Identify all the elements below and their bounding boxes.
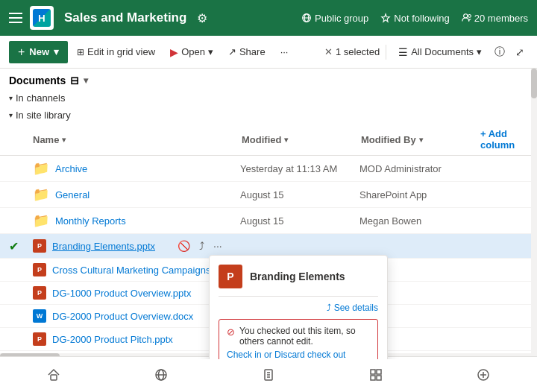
file-name: Archive — [55, 163, 240, 174]
popup-file-icon: P — [219, 265, 242, 288]
table-row[interactable]: 📁 Archive Yesterday at 11:13 AM MOD Admi… — [0, 156, 537, 182]
modified-by-user: MOD Administrator — [359, 163, 479, 174]
following-label: Not following — [394, 13, 449, 24]
file-link[interactable]: Archive — [55, 163, 87, 174]
settings-icon[interactable]: ⚙ — [197, 11, 207, 25]
breadcrumb: Documents ⊟ ▾ — [0, 69, 537, 89]
document-nav-icon — [261, 367, 276, 382]
vertical-scrollbar-thumb[interactable] — [531, 69, 537, 98]
breadcrumb-title: Documents — [9, 75, 66, 86]
x-icon[interactable]: ✕ — [324, 46, 333, 57]
new-button[interactable]: + New ▾ — [9, 41, 68, 63]
edit-grid-label: Edit in grid view — [87, 46, 155, 57]
name-column-label: Name — [33, 134, 59, 145]
bottom-nav-grid[interactable] — [368, 367, 383, 382]
all-documents-button[interactable]: ☰ All Documents ▾ — [392, 42, 488, 62]
header-modified-by[interactable]: Modified By ▾ — [361, 134, 480, 145]
popup-divider — [219, 296, 378, 297]
table-row[interactable]: ✔ P Branding Elements.pptx 🚫 ⤴ ··· P Bra… — [0, 234, 537, 259]
file-link[interactable]: DG-2000 Product Pitch.pptx — [52, 334, 173, 345]
plus-circle-nav-icon — [476, 367, 491, 382]
modified-by-column-label: Modified By — [361, 134, 416, 145]
popup-header: P Branding Elements — [219, 265, 378, 288]
bottom-nav-document[interactable] — [261, 367, 276, 382]
modified-column-label: Modified — [242, 134, 281, 145]
discard-checkout-link[interactable]: Discard check out — [274, 350, 345, 359]
file-link[interactable]: DG-2000 Product Overview.docx — [52, 311, 193, 322]
new-label: New — [29, 46, 49, 57]
app-icon: H — [30, 6, 54, 30]
info-button[interactable]: ⓘ — [491, 42, 509, 63]
open-label: Open — [181, 46, 205, 57]
header-name[interactable]: Name ▾ — [33, 134, 242, 145]
bottom-navigation — [0, 356, 537, 392]
members-button[interactable]: 20 members — [462, 13, 528, 24]
file-link[interactable]: Monthly Reports — [55, 215, 126, 227]
globe-icon — [301, 13, 312, 23]
file-name: Monthly Reports — [55, 215, 240, 227]
svg-point-4 — [463, 14, 467, 18]
file-link[interactable]: Branding Elements.pptx — [52, 241, 155, 252]
file-link[interactable]: DG-1000 Product Overview.pptx — [52, 288, 191, 299]
modified-date: August 15 — [240, 189, 359, 200]
table-row[interactable]: 📁 General August 15 SharePoint App — [0, 182, 537, 208]
share-icon: ↗ — [228, 46, 236, 57]
breadcrumb-chevron-icon[interactable]: ▾ — [84, 75, 88, 86]
following-button[interactable]: Not following — [380, 13, 449, 24]
warning-icon: ⊘ — [227, 326, 235, 338]
bottom-nav-add[interactable] — [476, 367, 491, 382]
nav-group-info: Public group Not following 20 members — [301, 13, 528, 24]
more-button[interactable]: ··· — [274, 42, 295, 61]
top-navigation: H Sales and Marketing ⚙ Public group Not… — [0, 0, 537, 36]
bottom-nav-home[interactable] — [46, 367, 61, 382]
delete-action-button[interactable]: 🚫 — [175, 238, 193, 253]
modified-by-sort-icon: ▾ — [419, 136, 423, 144]
header-modified[interactable]: Modified ▾ — [242, 134, 361, 145]
lines-icon: ☰ — [398, 46, 408, 58]
share-button[interactable]: ↗ Share — [222, 42, 271, 61]
members-label: 20 members — [474, 13, 528, 24]
modified-date: August 15 — [240, 215, 359, 227]
hamburger-menu[interactable] — [9, 13, 22, 23]
row-checkbox[interactable]: ✔ — [9, 239, 33, 253]
table-row[interactable]: 📁 Monthly Reports August 15 Megan Bowen — [0, 208, 537, 234]
public-group-badge[interactable]: Public group — [301, 13, 368, 24]
more-icon: ··· — [280, 46, 289, 57]
selected-count-label: 1 selected — [336, 46, 380, 57]
pptx-file-icon: P — [33, 332, 46, 346]
pptx-file-icon: P — [33, 286, 46, 300]
in-channels-section[interactable]: ▾ In channels — [0, 89, 537, 107]
check-in-link[interactable]: Check in — [227, 350, 262, 359]
open-chevron-icon: ▾ — [208, 46, 213, 57]
share-action-button[interactable]: ⤴ — [196, 238, 207, 253]
row-actions: 🚫 ⤴ ··· — [175, 238, 225, 253]
bottom-nav-web[interactable] — [154, 367, 169, 382]
svg-rect-17 — [377, 376, 381, 380]
group-type-label: Public group — [315, 13, 368, 24]
selected-badge: ✕ 1 selected — [324, 46, 380, 57]
open-icon: ▶ — [170, 46, 178, 58]
vertical-scrollbar[interactable] — [531, 69, 537, 359]
file-link[interactable]: General — [55, 189, 90, 200]
in-channels-label: In channels — [16, 92, 66, 104]
new-chevron-icon: ▾ — [54, 46, 59, 57]
pptx-file-icon: P — [33, 239, 46, 253]
command-bar: + New ▾ ⊞ Edit in grid view ▶ Open ▾ ↗ S… — [0, 36, 537, 69]
checked-icon: ✔ — [9, 239, 19, 253]
open-button[interactable]: ▶ Open ▾ — [164, 42, 219, 62]
file-name: General — [55, 189, 240, 200]
expand-button[interactable]: ⤢ — [512, 42, 528, 62]
folder-icon: 📁 — [33, 186, 49, 203]
more-actions-button[interactable]: ··· — [210, 238, 225, 253]
see-details-button[interactable]: ⤴ See details — [219, 303, 378, 313]
modified-by-user: SharePoint App — [359, 189, 479, 200]
view-toggle-icon[interactable]: ⊟ — [70, 75, 79, 86]
channels-chevron-icon: ▾ — [9, 94, 13, 102]
add-column-button[interactable]: + Add column — [480, 128, 528, 151]
file-link[interactable]: Cross Cultural Marketing Campaigns.pptx — [52, 265, 232, 276]
svg-point-5 — [468, 14, 471, 17]
in-site-library-section[interactable]: ▾ In site library — [0, 107, 537, 124]
edit-grid-button[interactable]: ⊞ Edit in grid view — [71, 42, 161, 61]
modified-date: Yesterday at 11:13 AM — [240, 163, 359, 174]
svg-rect-15 — [377, 370, 381, 374]
